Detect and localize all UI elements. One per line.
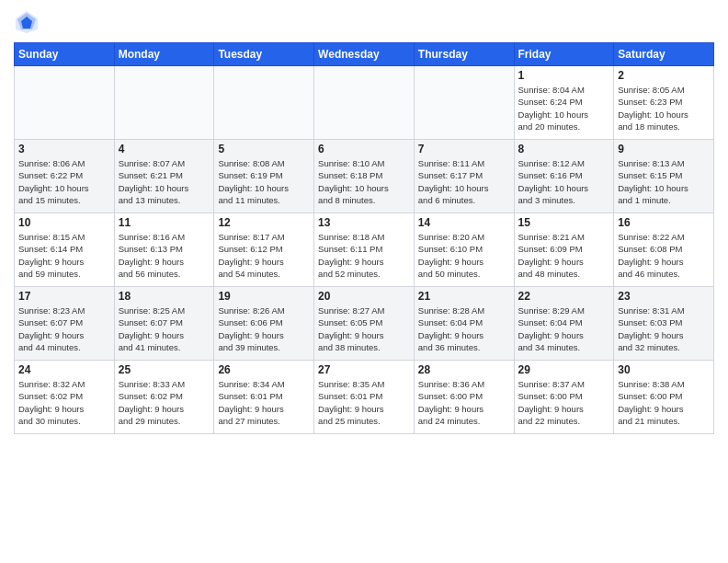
logo: [14, 9, 43, 35]
calendar-cell: 20Sunrise: 8:27 AM Sunset: 6:05 PM Dayli…: [314, 287, 415, 361]
calendar-cell: 6Sunrise: 8:10 AM Sunset: 6:18 PM Daylig…: [314, 140, 415, 213]
calendar-cell: 10Sunrise: 8:15 AM Sunset: 6:14 PM Dayli…: [15, 213, 115, 287]
day-number: 17: [18, 290, 110, 303]
header-day: Sunday: [15, 43, 115, 66]
header-day: Tuesday: [214, 43, 314, 66]
calendar-cell: 24Sunrise: 8:32 AM Sunset: 6:02 PM Dayli…: [15, 361, 115, 434]
calendar-cell: 25Sunrise: 8:33 AM Sunset: 6:02 PM Dayli…: [114, 361, 214, 434]
calendar-cell: 26Sunrise: 8:34 AM Sunset: 6:01 PM Dayli…: [214, 361, 314, 434]
day-number: 29: [518, 363, 610, 376]
calendar-cell: 27Sunrise: 8:35 AM Sunset: 6:01 PM Dayli…: [314, 361, 415, 434]
day-info: Sunrise: 8:13 AM Sunset: 6:15 PM Dayligh…: [618, 157, 710, 206]
calendar-cell: 30Sunrise: 8:38 AM Sunset: 6:00 PM Dayli…: [614, 361, 714, 434]
calendar-cell: 3Sunrise: 8:06 AM Sunset: 6:22 PM Daylig…: [15, 140, 115, 213]
calendar-cell: 13Sunrise: 8:18 AM Sunset: 6:11 PM Dayli…: [314, 213, 415, 287]
day-info: Sunrise: 8:35 AM Sunset: 6:01 PM Dayligh…: [318, 378, 410, 427]
calendar-cell: [214, 66, 314, 140]
calendar-cell: 11Sunrise: 8:16 AM Sunset: 6:13 PM Dayli…: [114, 213, 214, 287]
calendar-cell: [414, 66, 514, 140]
day-number: 3: [18, 143, 110, 155]
day-number: 22: [518, 290, 610, 303]
calendar-row: 24Sunrise: 8:32 AM Sunset: 6:02 PM Dayli…: [15, 361, 714, 434]
day-number: 23: [618, 290, 710, 303]
calendar-row: 1Sunrise: 8:04 AM Sunset: 6:24 PM Daylig…: [15, 66, 714, 140]
header-row: SundayMondayTuesdayWednesdayThursdayFrid…: [15, 43, 714, 66]
day-info: Sunrise: 8:11 AM Sunset: 6:17 PM Dayligh…: [418, 157, 510, 206]
day-number: 25: [119, 363, 210, 376]
calendar-cell: [114, 66, 214, 140]
day-info: Sunrise: 8:38 AM Sunset: 6:00 PM Dayligh…: [618, 378, 710, 427]
header-day: Monday: [114, 43, 214, 66]
day-number: 2: [618, 69, 710, 82]
header-day: Saturday: [614, 43, 714, 66]
calendar-cell: 17Sunrise: 8:23 AM Sunset: 6:07 PM Dayli…: [15, 287, 115, 361]
day-number: 14: [418, 216, 510, 229]
day-info: Sunrise: 8:16 AM Sunset: 6:13 PM Dayligh…: [119, 231, 210, 280]
day-info: Sunrise: 8:05 AM Sunset: 6:23 PM Dayligh…: [618, 84, 710, 132]
calendar-cell: 9Sunrise: 8:13 AM Sunset: 6:15 PM Daylig…: [614, 140, 714, 213]
day-info: Sunrise: 8:29 AM Sunset: 6:04 PM Dayligh…: [518, 304, 610, 353]
calendar-cell: 18Sunrise: 8:25 AM Sunset: 6:07 PM Dayli…: [114, 287, 214, 361]
day-number: 21: [418, 290, 510, 303]
day-info: Sunrise: 8:33 AM Sunset: 6:02 PM Dayligh…: [119, 378, 210, 427]
day-info: Sunrise: 8:15 AM Sunset: 6:14 PM Dayligh…: [18, 231, 110, 280]
calendar-cell: 5Sunrise: 8:08 AM Sunset: 6:19 PM Daylig…: [214, 140, 314, 213]
calendar-row: 17Sunrise: 8:23 AM Sunset: 6:07 PM Dayli…: [15, 287, 714, 361]
day-number: 12: [218, 216, 310, 229]
day-info: Sunrise: 8:31 AM Sunset: 6:03 PM Dayligh…: [618, 304, 710, 353]
calendar-cell: 14Sunrise: 8:20 AM Sunset: 6:10 PM Dayli…: [414, 213, 514, 287]
calendar-table: SundayMondayTuesdayWednesdayThursdayFrid…: [14, 42, 714, 434]
calendar-cell: 12Sunrise: 8:17 AM Sunset: 6:12 PM Dayli…: [214, 213, 314, 287]
day-info: Sunrise: 8:28 AM Sunset: 6:04 PM Dayligh…: [418, 304, 510, 353]
day-info: Sunrise: 8:37 AM Sunset: 6:00 PM Dayligh…: [518, 378, 610, 427]
day-number: 4: [119, 143, 210, 155]
day-number: 10: [18, 216, 110, 229]
calendar-cell: 21Sunrise: 8:28 AM Sunset: 6:04 PM Dayli…: [414, 287, 514, 361]
day-number: 9: [618, 143, 710, 155]
calendar-cell: 15Sunrise: 8:21 AM Sunset: 6:09 PM Dayli…: [514, 213, 614, 287]
calendar-cell: 28Sunrise: 8:36 AM Sunset: 6:00 PM Dayli…: [414, 361, 514, 434]
day-info: Sunrise: 8:12 AM Sunset: 6:16 PM Dayligh…: [518, 157, 610, 206]
calendar-cell: 23Sunrise: 8:31 AM Sunset: 6:03 PM Dayli…: [614, 287, 714, 361]
day-info: Sunrise: 8:25 AM Sunset: 6:07 PM Dayligh…: [119, 304, 210, 353]
calendar-row: 3Sunrise: 8:06 AM Sunset: 6:22 PM Daylig…: [15, 140, 714, 213]
day-number: 27: [318, 363, 410, 376]
day-info: Sunrise: 8:32 AM Sunset: 6:02 PM Dayligh…: [18, 378, 110, 427]
calendar-cell: 7Sunrise: 8:11 AM Sunset: 6:17 PM Daylig…: [414, 140, 514, 213]
day-info: Sunrise: 8:07 AM Sunset: 6:21 PM Dayligh…: [119, 157, 210, 206]
header-day: Friday: [514, 43, 614, 66]
header: [14, 9, 714, 35]
day-number: 16: [618, 216, 710, 229]
day-info: Sunrise: 8:08 AM Sunset: 6:19 PM Dayligh…: [218, 157, 310, 206]
day-number: 15: [518, 216, 610, 229]
day-info: Sunrise: 8:21 AM Sunset: 6:09 PM Dayligh…: [518, 231, 610, 280]
day-number: 30: [618, 363, 710, 376]
day-info: Sunrise: 8:36 AM Sunset: 6:00 PM Dayligh…: [418, 378, 510, 427]
calendar-cell: [314, 66, 415, 140]
day-number: 6: [318, 143, 410, 155]
header-day: Wednesday: [314, 43, 415, 66]
calendar-cell: 4Sunrise: 8:07 AM Sunset: 6:21 PM Daylig…: [114, 140, 214, 213]
day-info: Sunrise: 8:17 AM Sunset: 6:12 PM Dayligh…: [218, 231, 310, 280]
day-number: 11: [119, 216, 210, 229]
day-number: 26: [218, 363, 310, 376]
calendar-cell: 22Sunrise: 8:29 AM Sunset: 6:04 PM Dayli…: [514, 287, 614, 361]
day-info: Sunrise: 8:27 AM Sunset: 6:05 PM Dayligh…: [318, 304, 410, 353]
day-number: 18: [119, 290, 210, 303]
calendar-cell: 16Sunrise: 8:22 AM Sunset: 6:08 PM Dayli…: [614, 213, 714, 287]
day-number: 8: [518, 143, 610, 155]
calendar-cell: 29Sunrise: 8:37 AM Sunset: 6:00 PM Dayli…: [514, 361, 614, 434]
calendar-cell: 19Sunrise: 8:26 AM Sunset: 6:06 PM Dayli…: [214, 287, 314, 361]
logo-icon: [14, 9, 40, 35]
day-number: 7: [418, 143, 510, 155]
day-info: Sunrise: 8:10 AM Sunset: 6:18 PM Dayligh…: [318, 157, 410, 206]
day-info: Sunrise: 8:26 AM Sunset: 6:06 PM Dayligh…: [218, 304, 310, 353]
day-info: Sunrise: 8:04 AM Sunset: 6:24 PM Dayligh…: [518, 84, 610, 132]
day-info: Sunrise: 8:20 AM Sunset: 6:10 PM Dayligh…: [418, 231, 510, 280]
day-number: 1: [518, 69, 610, 82]
day-info: Sunrise: 8:18 AM Sunset: 6:11 PM Dayligh…: [318, 231, 410, 280]
day-info: Sunrise: 8:34 AM Sunset: 6:01 PM Dayligh…: [218, 378, 310, 427]
day-number: 28: [418, 363, 510, 376]
calendar-cell: 8Sunrise: 8:12 AM Sunset: 6:16 PM Daylig…: [514, 140, 614, 213]
day-number: 19: [218, 290, 310, 303]
